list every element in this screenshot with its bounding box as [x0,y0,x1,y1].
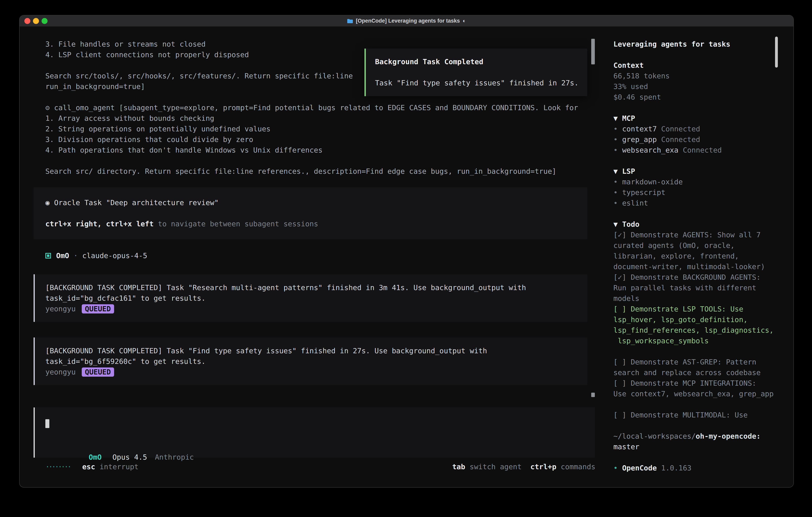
spinner-dots-icon: ········ [46,461,70,472]
todo-section-header[interactable]: ▼Todo [613,219,785,229]
bullet-icon: • [613,135,618,143]
todo-item: [ ] Demonstrate MCP INTEGRATIONS: Use co… [613,378,785,399]
mcp-item: •context7Connected [613,124,785,134]
mcp-name: websearch_exa [622,146,678,154]
bullet-icon: • [613,178,618,186]
lsp-item: •typescript [613,187,785,198]
todo-heading: Todo [622,220,640,228]
collapse-triangle-icon: ▼ [613,114,618,123]
todo-item: [ ] Demonstrate AST-GREP: Pattern search… [613,357,785,378]
oracle-task-title: Oracle Task "Deep architecture review" [54,198,219,207]
lsp-item: •markdown-oxide [613,176,785,187]
message-text-line: [BACKGROUND TASK COMPLETED] Task "Resear… [46,282,587,293]
todo-item: [ ] Demonstrate MULTIMODAL: Use [613,410,785,420]
message-meta: yeongyu QUEUED [46,303,587,314]
terminal-pane: 3. File handles or streams not closed 4.… [20,27,605,487]
tool-call-line: ⚙call_omo_agent [subagent_type=explore, … [34,102,587,113]
terminal-window: [OpenCode] Leveraging agents for tasks ◐… [19,15,794,488]
mcp-name: context7 [622,125,657,133]
close-window-button[interactable] [24,18,30,24]
task-completed-toast[interactable]: Background Task Completed Task "Find typ… [365,49,587,96]
lsp-item: •eslint [613,198,785,208]
lsp-name: typescript [622,188,666,196]
app-name: OpenCode [622,464,657,472]
oracle-task-panel: ◉Oracle Task "Deep architecture review" … [34,187,587,239]
titlebar[interactable]: [OpenCode] Leveraging agents for tasks ◐ [20,16,793,27]
collapse-triangle-icon: ▼ [613,220,618,228]
agent-model: claude-opus-4-5 [82,251,147,260]
hint-text: to navigate between subagent sessions [154,220,318,228]
todo-item-active: [ ] Demonstrate LSP TOOLS: Use lsp_hover… [613,304,785,346]
agent-session-header: OmO · claude-opus-4-5 [34,250,587,261]
context-tokens: 66,518 tokens [613,71,785,81]
background-task-message: [BACKGROUND TASK COMPLETED] Task "Resear… [34,274,587,322]
bullet-icon: • [613,146,618,154]
ctrl-p-key-hint: ctrl+p [530,461,556,472]
oracle-session-icon: ◉ [46,198,50,207]
oracle-task-title-line: ◉Oracle Task "Deep architecture review" [46,197,587,208]
collapse-triangle-icon: ▼ [613,167,618,175]
output-line: 2. String operations on potentially unde… [34,124,587,134]
gear-icon: ⚙ [46,104,50,112]
sidebar-scrollbar-thumb[interactable] [775,36,778,67]
context-spent: $0.46 spent [613,92,785,102]
output-line: 3. Division operations that could divide… [34,134,587,145]
mcp-section-header[interactable]: ▼MCP [613,113,785,124]
zoom-window-button[interactable] [41,18,48,24]
background-task-message: [BACKGROUND TASK COMPLETED] Task "Find t… [34,337,587,385]
lsp-name: markdown-oxide [622,178,683,186]
minimize-window-button[interactable] [33,18,39,24]
mcp-name: grep_app [622,135,657,143]
bullet-icon: • [613,188,618,196]
mcp-status: Connected [661,125,700,133]
mcp-status: Connected [661,135,700,143]
window-title: [OpenCode] Leveraging agents for tasks ◐ [347,18,466,24]
message-meta: yeongyu QUEUED [46,366,587,377]
sidebar: Leveraging agents for tasks Context 66,5… [605,27,793,487]
text-cursor [46,419,49,428]
main-scrollbar-thumb-secondary[interactable] [591,393,595,397]
folder-icon [347,19,353,23]
mcp-status: Connected [683,146,722,154]
conversation-scroll-area[interactable]: 3. File handles or streams not closed 4.… [20,27,605,407]
lsp-heading: LSP [622,167,635,175]
message-author: yeongyu [46,303,76,314]
lsp-section-header[interactable]: ▼LSP [613,166,785,176]
workspace-name: oh-my-opencode: [696,432,761,440]
ctrl-p-key-label: commands [561,461,596,472]
queued-badge: QUEUED [82,368,114,377]
toast-body: Task "Find type safety issues" finished … [375,78,587,88]
output-line: 3. File handles or streams not closed [34,39,587,49]
bullet-icon: • [613,464,618,472]
esc-key-hint: esc [82,461,95,472]
workspace-path: ~/local-workspaces/oh-my-opencode: [613,431,785,441]
esc-key-label: interrupt [99,461,139,472]
window-title-text: [OpenCode] Leveraging agents for tasks [356,18,460,24]
context-heading: Context [613,60,785,71]
mcp-item: •websearch_exaConnected [613,145,785,155]
tab-key-label: switch agent [469,461,521,472]
output-line: 1. Array access without bounds checking [34,113,587,124]
output-line: Search src/ directory. Return specific f… [34,166,587,176]
mcp-item: •grep_appConnected [613,134,785,145]
status-left: ········ esc interrupt [46,461,139,472]
omo-agent-icon [46,253,51,258]
message-author: yeongyu [46,366,76,377]
session-title: Leveraging agents for tasks [613,39,785,49]
app-version: 1.0.163 [661,464,692,472]
message-text-line: task_id="bg_dcfac161" to get results. [46,293,587,303]
context-used: 33% used [613,81,785,92]
output-line: 4. Path operations that don't handle Win… [34,145,587,155]
message-text-line: [BACKGROUND TASK COMPLETED] Task "Find t… [46,346,587,356]
bullet-icon: • [613,125,618,133]
queued-badge: QUEUED [82,304,114,314]
tab-key-hint: tab [452,461,465,472]
mcp-heading: MCP [622,114,635,123]
prompt-input[interactable]: OmOOpus 4.5Anthropic [34,407,595,458]
status-bar: ········ esc interrupt tab switch agent … [20,458,605,487]
git-branch: master [613,441,785,452]
todo-item: [✓] Demonstrate BACKGROUND AGENTS: Run p… [613,272,785,304]
agent-name: OmO [56,251,69,260]
main-scrollbar-thumb[interactable] [591,39,595,64]
navigation-hint-line: ctrl+x right, ctrl+x left to navigate be… [46,219,587,229]
